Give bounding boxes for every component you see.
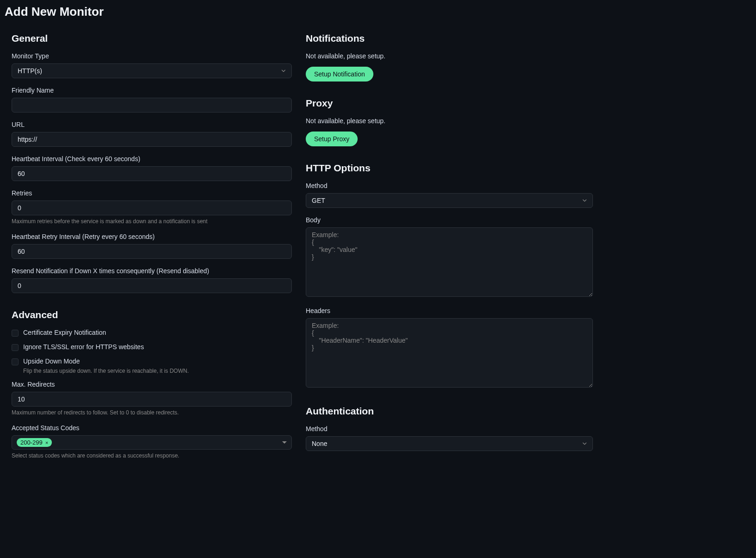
resend-notification-label: Resend Notification if Down X times cons… — [12, 267, 292, 275]
advanced-heading: Advanced — [12, 309, 292, 320]
auth-method-select[interactable]: None — [306, 436, 593, 451]
resend-notification-input[interactable] — [12, 278, 292, 293]
retries-help: Maximum retries before the service is ma… — [12, 218, 292, 225]
proxy-status: Not available, please setup. — [306, 117, 593, 125]
http-method-select[interactable]: GET — [306, 193, 593, 208]
heartbeat-interval-input[interactable] — [12, 166, 292, 181]
setup-notification-button[interactable]: Setup Notification — [306, 67, 373, 82]
http-options-section: HTTP Options Method GET Body Headers — [306, 163, 593, 389]
general-section: General Monitor Type HTTP(s) Friendly Na… — [12, 33, 292, 293]
auth-method-label: Method — [306, 425, 593, 433]
cert-expiry-label[interactable]: Certificate Expiry Notification — [23, 329, 292, 336]
authentication-heading: Authentication — [306, 406, 593, 417]
upside-down-label[interactable]: Upside Down Mode — [23, 357, 292, 365]
heartbeat-retry-interval-label: Heartbeat Retry Interval (Retry every 60… — [12, 233, 292, 240]
heartbeat-retry-interval-input[interactable] — [12, 244, 292, 259]
general-heading: General — [12, 33, 292, 44]
headers-textarea[interactable] — [306, 318, 593, 388]
tag-remove-icon[interactable]: × — [45, 440, 48, 445]
advanced-section: Advanced Certificate Expiry Notification… — [12, 309, 292, 459]
max-redirects-input[interactable] — [12, 392, 292, 407]
notifications-status: Not available, please setup. — [306, 52, 593, 60]
page-title: Add New Monitor — [5, 5, 751, 19]
body-textarea[interactable] — [306, 227, 593, 297]
retries-label: Retries — [12, 189, 292, 197]
ignore-tls-label[interactable]: Ignore TLS/SSL error for HTTPS websites — [23, 343, 292, 351]
setup-proxy-button[interactable]: Setup Proxy — [306, 132, 358, 146]
max-redirects-help: Maximum number of redirects to follow. S… — [12, 409, 292, 416]
max-redirects-label: Max. Redirects — [12, 381, 292, 388]
http-method-label: Method — [306, 182, 593, 189]
accepted-status-select[interactable]: 200-299 × — [12, 435, 292, 450]
monitor-type-select[interactable]: HTTP(s) — [12, 63, 292, 78]
accepted-status-label: Accepted Status Codes — [12, 424, 292, 432]
ignore-tls-checkbox[interactable] — [12, 344, 19, 351]
notifications-section: Notifications Not available, please setu… — [306, 33, 593, 82]
heartbeat-interval-label: Heartbeat Interval (Check every 60 secon… — [12, 155, 292, 163]
url-label: URL — [12, 121, 292, 128]
upside-down-checkbox[interactable] — [12, 358, 19, 365]
proxy-section: Proxy Not available, please setup. Setup… — [306, 98, 593, 146]
headers-label: Headers — [306, 307, 593, 314]
http-options-heading: HTTP Options — [306, 163, 593, 174]
body-label: Body — [306, 216, 593, 224]
chevron-down-icon — [282, 441, 287, 444]
friendly-name-input[interactable] — [12, 98, 292, 113]
status-code-tag: 200-299 × — [17, 438, 52, 447]
friendly-name-label: Friendly Name — [12, 87, 292, 94]
retries-input[interactable] — [12, 201, 292, 215]
authentication-section: Authentication Method None — [306, 406, 593, 451]
proxy-heading: Proxy — [306, 98, 593, 109]
accepted-status-help: Select status codes which are considered… — [12, 452, 292, 459]
notifications-heading: Notifications — [306, 33, 593, 44]
monitor-type-label: Monitor Type — [12, 52, 292, 60]
cert-expiry-checkbox[interactable] — [12, 330, 19, 337]
url-input[interactable] — [12, 132, 292, 147]
upside-down-help: Flip the status upside down. If the serv… — [23, 368, 292, 374]
